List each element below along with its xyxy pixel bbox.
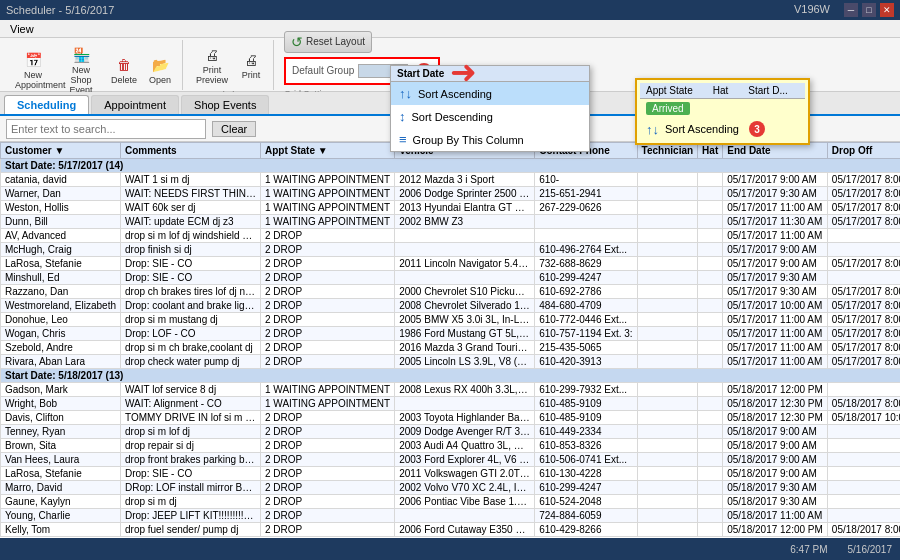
toolbar-printing-buttons: 🖨 Print Preview 🖨 Print xyxy=(191,42,267,88)
search-input[interactable] xyxy=(6,119,206,139)
col-comments[interactable]: Comments xyxy=(120,143,260,159)
new-appointment-button[interactable]: 📅 New Appointment xyxy=(10,47,56,93)
sort-descending-label: Sort Descending xyxy=(412,111,493,123)
sort-desc-icon: ↕ xyxy=(399,109,406,124)
tab-shop-events[interactable]: Shop Events xyxy=(181,95,269,114)
print-button[interactable]: 🖨 Print xyxy=(235,47,267,83)
table-row[interactable]: Gaune, Kaylyndrop si m dj2 DROP2006 Pont… xyxy=(1,495,901,509)
clear-button[interactable]: Clear xyxy=(212,121,256,137)
group-by-column-item[interactable]: ≡ Group By This Column xyxy=(391,128,589,151)
status-time: 6:47 PM xyxy=(790,544,827,555)
table-row[interactable]: Donohue, Leodrop si m mustang dj2 DROP20… xyxy=(1,313,901,327)
table-row[interactable]: LaRosa, StefanieDrop: SIE - CO2 DROP2011… xyxy=(1,467,901,481)
data-grid-container[interactable]: Customer ▼ Comments Appt State ▼ Vehicle… xyxy=(0,142,900,538)
group-by-label: Group By This Column xyxy=(413,134,524,146)
arrived-badge: Arrived xyxy=(646,102,690,115)
table-row[interactable]: Gadson, MarkWAIT lof service 8 dj1 WAITI… xyxy=(1,383,901,397)
new-appointment-label: New Appointment xyxy=(15,70,51,90)
sort-asc-icon-2: ↑↓ xyxy=(646,122,659,137)
table-row[interactable]: Marro, DavidDRop: LOF install mirror BRO… xyxy=(1,481,901,495)
new-appointment-icon: 📅 xyxy=(22,50,44,70)
col-customer[interactable]: Customer ▼ xyxy=(1,143,121,159)
table-row[interactable]: Dunn, BillWAIT: update ECM dj z31 WAITIN… xyxy=(1,215,901,229)
reset-label: Reset Layout xyxy=(306,36,365,47)
open-label: Open xyxy=(149,75,171,85)
table-row[interactable]: catania, davidWAIT 1 si m dj1 WAITING AP… xyxy=(1,173,901,187)
minimize-button[interactable]: ─ xyxy=(844,3,858,17)
toolbar-printing-group: 🖨 Print Preview 🖨 Print Printing xyxy=(185,40,274,90)
sort-ascending-label-2: Sort Ascending xyxy=(665,123,739,135)
title-text: Scheduler - 5/16/2017 xyxy=(6,4,114,16)
status-date: 5/16/2017 xyxy=(848,544,893,555)
group-header-row: Start Date: 5/17/2017 (14) xyxy=(1,159,901,173)
status-right: 6:47 PM 5/16/2017 xyxy=(790,544,892,555)
table-row[interactable]: Westmoreland, ElizabethDrop: coolant and… xyxy=(1,299,901,313)
table-row[interactable]: Weston, HollisWAIT 60k ser dj1 WAITING A… xyxy=(1,201,901,215)
delete-icon: 🗑 xyxy=(113,55,135,75)
arrived-item[interactable]: Arrived xyxy=(640,99,805,118)
print-label: Print xyxy=(242,70,261,80)
table-row[interactable]: Minshull, EdDrop: SIE - CO2 DROP610-299-… xyxy=(1,271,901,285)
title-bar: Scheduler - 5/16/2017 V196W ─ □ ✕ xyxy=(0,0,900,20)
table-row[interactable]: Van Hees, Lauradrop front brakes parking… xyxy=(1,453,901,467)
group-header-row: Start Date: 5/18/2017 (13) xyxy=(1,369,901,383)
table-row[interactable]: Davis, CliftonTOMMY DRIVE IN lof si m lo… xyxy=(1,411,901,425)
print-preview-label: Print Preview xyxy=(196,65,228,85)
window-controls: V196W ─ □ ✕ xyxy=(794,3,894,17)
new-shop-event-button[interactable]: 🏪 New Shop Event xyxy=(58,42,104,98)
table-row[interactable]: Warner, DanWAIT: NEEDS FIRST THING!!!!!!… xyxy=(1,187,901,201)
appt-hat-label: Hat xyxy=(713,85,729,96)
sort-dropdown-header: Start Date xyxy=(391,66,589,82)
tab-appointment[interactable]: Appointment xyxy=(91,95,179,114)
sort-descending-item[interactable]: ↕ Sort Descending xyxy=(391,105,589,128)
sort-asc-icon-1: ↑↓ xyxy=(399,86,412,101)
badge-3: 3 xyxy=(749,121,765,137)
sort-dropdown-start-date: Start Date ↑↓ Sort Ascending ↕ Sort Desc… xyxy=(390,65,590,152)
delete-label: Delete xyxy=(111,75,137,85)
table-row[interactable]: Wogan, ChrisDrop: LOF - CO2 DROP1986 For… xyxy=(1,327,901,341)
table-row[interactable]: Szebold, Andredrop si m ch brake,coolant… xyxy=(1,341,901,355)
new-shop-event-label: New Shop Event xyxy=(63,65,99,95)
table-row[interactable]: AV, Advanceddrop si m lof dj windshield … xyxy=(1,229,901,243)
table-row[interactable]: McHugh, Craigdrop finish si dj2 DROP610-… xyxy=(1,243,901,257)
table-row[interactable]: LaRosa, StefanieDrop: SIE - CO2 DROP2011… xyxy=(1,257,901,271)
open-icon: 📂 xyxy=(149,55,171,75)
print-preview-icon: 🖨 xyxy=(201,45,223,65)
default-group-label: Default Group xyxy=(292,65,354,76)
open-button[interactable]: 📂 Open xyxy=(144,52,176,88)
print-icon: 🖨 xyxy=(240,50,262,70)
table-row[interactable]: Rivara, Aban Laradrop check water pump d… xyxy=(1,355,901,369)
table-row[interactable]: Kelly, Tomdrop fuel sender/ pump dj2 DRO… xyxy=(1,523,901,537)
appt-state-label: Appt State xyxy=(646,85,693,96)
red-arrow-icon: ➜ xyxy=(450,54,477,90)
col-appt-state[interactable]: Appt State ▼ xyxy=(260,143,394,159)
appt-start-label: Start D... xyxy=(748,85,787,96)
appt-dropdown-header: Appt State Hat Start D... xyxy=(640,83,805,99)
table-row[interactable]: Young, CharlieDrop: JEEP LIFT KIT!!!!!!!… xyxy=(1,509,901,523)
new-shop-event-icon: 🏪 xyxy=(70,45,92,65)
reset-layout-button[interactable]: ↺ Reset Layout xyxy=(284,31,372,53)
tab-scheduling[interactable]: Scheduling xyxy=(4,95,89,114)
reset-icon: ↺ xyxy=(291,34,303,50)
table-row[interactable]: Tenney, Ryandrop si m lof dj2 DROP2009 D… xyxy=(1,425,901,439)
toolbar-appointment-group: 📅 New Appointment 🏪 New Shop Event 🗑 Del… xyxy=(4,40,183,90)
context-arrow: ➜ xyxy=(450,56,477,88)
close-button[interactable]: ✕ xyxy=(880,3,894,17)
col-drop-off[interactable]: Drop Off xyxy=(827,143,900,159)
menu-view[interactable]: View xyxy=(4,23,40,35)
status-bar: 6:47 PM 5/16/2017 xyxy=(0,538,900,560)
sort-dropdown-title: Start Date xyxy=(397,68,444,79)
appt-state-dropdown: Appt State Hat Start D... Arrived ↑↓ Sor… xyxy=(635,78,810,145)
sort-ascending-item-2[interactable]: ↑↓ Sort Ascending 3 xyxy=(640,118,805,140)
delete-button[interactable]: 🗑 Delete xyxy=(106,52,142,88)
group-by-icon: ≡ xyxy=(399,132,407,147)
menu-bar: View xyxy=(0,20,900,38)
print-preview-button[interactable]: 🖨 Print Preview xyxy=(191,42,233,88)
table-row[interactable]: Razzano, Dandrop ch brakes tires lof dj … xyxy=(1,285,901,299)
window-name: V196W xyxy=(794,3,830,17)
data-grid: Customer ▼ Comments Appt State ▼ Vehicle… xyxy=(0,142,900,537)
maximize-button[interactable]: □ xyxy=(862,3,876,17)
table-row[interactable]: Brown, Sitadrop repair si dj2 DROP2003 A… xyxy=(1,439,901,453)
table-row[interactable]: Wright, BobWAIT: Alignment - CO1 WAITING… xyxy=(1,397,901,411)
sort-ascending-item-1[interactable]: ↑↓ Sort Ascending xyxy=(391,82,589,105)
